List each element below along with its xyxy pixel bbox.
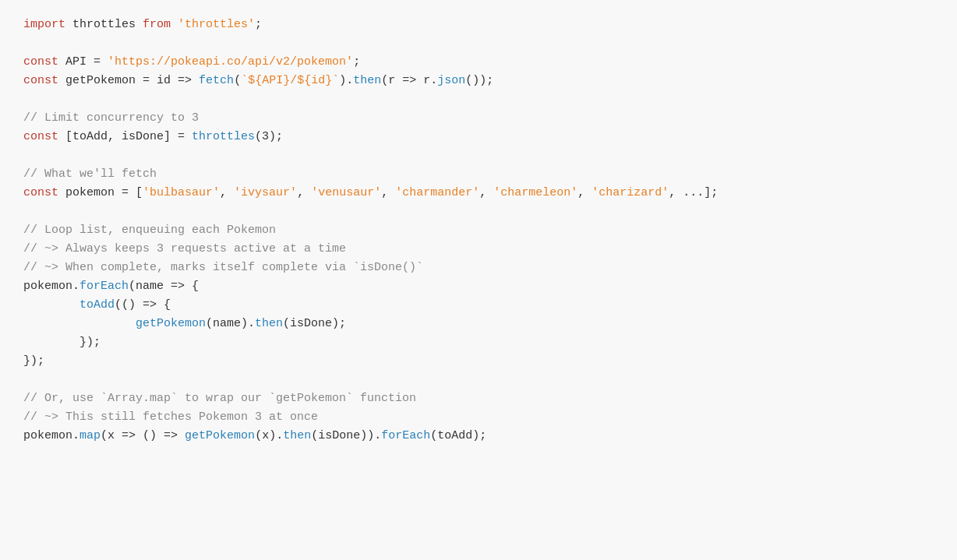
code-token: getPokemon <box>58 74 143 87</box>
code-token <box>192 74 199 87</box>
line-2: const API = 'https://pokeapi.co/api/v2/p… <box>23 53 934 72</box>
code-token: const <box>23 130 58 143</box>
code-token: = <box>94 55 101 69</box>
code-token: 'bulbasaur' <box>143 186 220 199</box>
code-token: throttles <box>65 18 143 31</box>
code-token: // What we'll fetch <box>23 167 157 181</box>
code-token: // ~> This still fetches Pokemon 3 at on… <box>23 410 318 424</box>
code-token: 'charizard' <box>592 186 669 199</box>
code-token: from <box>143 18 171 31</box>
line-9: // ~> Always keeps 3 requests active at … <box>23 240 934 259</box>
code-token: json <box>437 74 465 87</box>
code-token: , <box>297 186 311 199</box>
code-token: (x). <box>255 429 283 442</box>
code-token: const <box>23 74 58 87</box>
code-token: => <box>122 429 136 442</box>
code-token: // ~> When complete, marks itself comple… <box>23 261 423 274</box>
code-token <box>178 429 185 442</box>
code-token: then <box>255 317 283 330</box>
code-token: (r <box>381 74 402 87</box>
code-token: => <box>143 298 157 312</box>
empty-3 <box>23 146 934 165</box>
code-token: , ...]; <box>669 186 718 199</box>
line-10: // ~> When complete, marks itself comple… <box>23 259 934 277</box>
code-token: 'venusaur' <box>311 186 381 199</box>
empty-2 <box>23 90 934 109</box>
code-token: (name). <box>206 317 255 330</box>
line-17: // ~> This still fetches Pokemon 3 at on… <box>23 408 934 427</box>
code-token: // Or, use `Array.map` to wrap our `getP… <box>23 392 416 405</box>
line-11: pokemon.forEach(name => { <box>23 277 934 296</box>
code-token <box>171 18 178 31</box>
code-token: then <box>283 429 311 442</box>
code-token: , <box>381 186 395 199</box>
code-token <box>23 298 79 312</box>
empty-1 <box>23 34 934 53</box>
code-token: => <box>171 280 185 293</box>
code-token <box>185 130 192 143</box>
code-token: forEach <box>381 429 430 442</box>
code-token: => <box>402 74 416 87</box>
code-token: { <box>185 280 199 293</box>
code-token: // ~> Always keeps 3 requests active at … <box>23 242 346 255</box>
line-1: import throttles from 'throttles'; <box>23 16 934 34</box>
code-token: id <box>150 74 178 87</box>
code-token: , <box>577 186 592 199</box>
code-token: [toAdd, isDone] <box>58 130 178 143</box>
code-token: ; <box>255 18 262 31</box>
code-token: getPokemon <box>185 429 255 442</box>
code-token: API <box>58 55 94 69</box>
code-block: import throttles from 'throttles';const … <box>23 16 934 446</box>
code-token: (isDone)). <box>311 429 381 442</box>
code-token: ). <box>339 74 353 87</box>
code-token: pokemon. <box>23 429 79 442</box>
code-token: = <box>143 74 150 87</box>
code-token: () <box>136 429 164 442</box>
code-token: }); <box>23 354 44 368</box>
line-18: pokemon.map(x => () => getPokemon(x).the… <box>23 427 934 446</box>
code-token <box>23 317 136 330</box>
code-token: (3); <box>255 130 283 143</box>
code-token: then <box>353 74 381 87</box>
line-7: const pokemon = ['bulbasaur', 'ivysaur',… <box>23 184 934 203</box>
code-token: `${API}/${id}` <box>241 74 339 87</box>
code-token: 'https://pokeapi.co/api/v2/pokemon' <box>108 55 353 69</box>
code-token: forEach <box>79 280 129 293</box>
line-15: }); <box>23 352 934 371</box>
line-16: // Or, use `Array.map` to wrap our `getP… <box>23 389 934 408</box>
code-token: , <box>220 186 234 199</box>
code-token: pokemon <box>58 186 122 199</box>
code-token: (() <box>115 298 143 312</box>
code-token: // Limit concurrency to 3 <box>23 111 199 125</box>
code-token: // Loop list, enqueuing each Pokemon <box>23 224 276 237</box>
code-token: map <box>79 429 101 442</box>
line-12: toAdd(() => { <box>23 296 934 315</box>
code-token: (name <box>129 280 171 293</box>
empty-5 <box>23 371 934 389</box>
code-token: }); <box>23 336 101 349</box>
code-token: ()); <box>465 74 493 87</box>
code-token: import <box>23 18 65 31</box>
code-token: , <box>479 186 493 199</box>
code-token: const <box>23 186 58 199</box>
code-token: (isDone); <box>283 317 346 330</box>
empty-4 <box>23 203 934 221</box>
code-token: { <box>157 298 171 312</box>
line-14: }); <box>23 333 934 352</box>
code-token: = <box>122 186 129 199</box>
line-6: // What we'll fetch <box>23 165 934 184</box>
code-token: => <box>178 74 192 87</box>
code-token: => <box>164 429 178 442</box>
code-token: throttles <box>192 130 255 143</box>
code-token: = <box>178 130 185 143</box>
line-8: // Loop list, enqueuing each Pokemon <box>23 221 934 240</box>
code-token: (toAdd); <box>430 429 486 442</box>
code-token: 'throttles' <box>178 18 255 31</box>
code-token: pokemon. <box>23 280 79 293</box>
line-3: const getPokemon = id => fetch(`${API}/$… <box>23 72 934 90</box>
code-token <box>101 55 108 69</box>
code-token: ( <box>234 74 241 87</box>
code-token: const <box>23 55 58 69</box>
code-token: 'charmeleon' <box>493 186 577 199</box>
code-token: 'ivysaur' <box>234 186 297 199</box>
